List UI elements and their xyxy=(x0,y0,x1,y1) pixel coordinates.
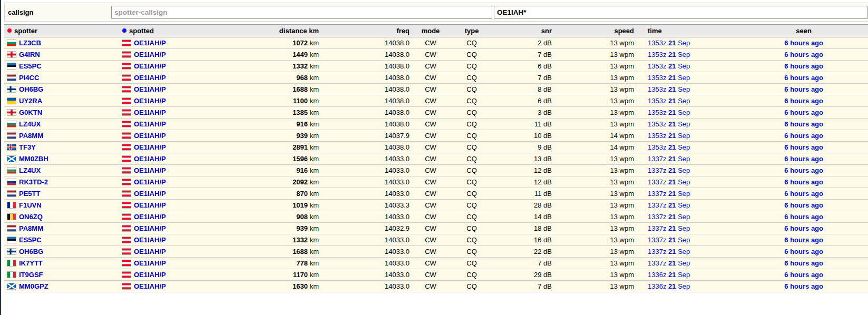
seen-link[interactable]: 6 hours ago xyxy=(784,190,823,198)
distance-cell: 1688 km xyxy=(236,246,319,258)
time-link[interactable]: 1337z 21 Sep xyxy=(648,236,690,244)
spotted-callsign-link[interactable]: OE1IAH/P xyxy=(134,97,166,105)
spotted-callsign-link[interactable]: OE1IAH/P xyxy=(134,62,166,70)
spotted-callsign-link[interactable]: OE1IAH/P xyxy=(134,178,166,186)
time-link[interactable]: 1337z 21 Sep xyxy=(648,201,690,209)
spotter-callsign-link[interactable]: LZ4UX xyxy=(19,120,41,128)
freq-cell: 14033.0 xyxy=(319,246,409,258)
seen-link[interactable]: 6 hours ago xyxy=(784,143,823,151)
spotted-callsign-link[interactable]: OE1IAH/P xyxy=(134,109,166,116)
seen-link[interactable]: 6 hours ago xyxy=(784,236,823,244)
spotter-callsign-link[interactable]: OH6BG xyxy=(19,85,43,93)
spotted-callsign-link[interactable]: OE1IAH/P xyxy=(134,271,166,279)
spotter-callsign-link[interactable]: RK3TD-2 xyxy=(19,178,48,186)
time-link[interactable]: 1336z 21 Sep xyxy=(648,282,690,290)
spotter-callsign-link[interactable]: PA8MM xyxy=(19,224,43,232)
spotted-callsign-link[interactable]: OE1IAH/P xyxy=(134,51,166,58)
spotter-callsign-link[interactable]: LZ4UX xyxy=(19,166,41,174)
spotter-callsign-link[interactable]: G0KTN xyxy=(19,109,42,116)
seen-link[interactable]: 6 hours ago xyxy=(784,51,823,58)
spotter-callsign-link[interactable]: UY2RA xyxy=(19,97,42,105)
spotted-callsign-link[interactable]: OE1IAH/P xyxy=(134,155,166,163)
spotter-callsign-link[interactable]: OH6BG xyxy=(19,248,43,255)
time-link[interactable]: 1353z 21 Sep xyxy=(648,85,690,93)
seen-link[interactable]: 6 hours ago xyxy=(784,178,823,186)
time-link[interactable]: 1353z 21 Sep xyxy=(648,132,690,140)
time-link[interactable]: 1336z 21 Sep xyxy=(648,271,690,279)
seen-link[interactable]: 6 hours ago xyxy=(784,97,823,105)
time-link[interactable]: 1337z 21 Sep xyxy=(648,213,690,221)
freq-cell: 14038.0 xyxy=(319,37,409,49)
seen-link[interactable]: 6 hours ago xyxy=(784,132,823,140)
spotted-callsign-link[interactable]: OE1IAH/P xyxy=(134,74,166,82)
seen-link[interactable]: 6 hours ago xyxy=(784,85,823,93)
seen-link[interactable]: 6 hours ago xyxy=(784,74,823,82)
time-link[interactable]: 1337z 21 Sep xyxy=(648,248,690,255)
time-link[interactable]: 1337z 21 Sep xyxy=(648,224,690,232)
spotter-callsign-link[interactable]: PE5TT xyxy=(19,190,40,198)
time-link[interactable]: 1337z 21 Sep xyxy=(648,259,690,267)
time-link[interactable]: 1353z 21 Sep xyxy=(648,120,690,128)
spotter-callsign-link[interactable]: ES5PC xyxy=(19,236,42,244)
spotter-callsign-link[interactable]: ON6ZQ xyxy=(19,213,43,221)
spotter-callsign-link[interactable]: G4IRN xyxy=(19,51,40,58)
spotted-callsign-link[interactable]: OE1IAH/P xyxy=(134,120,166,128)
spotter-callsign-link[interactable]: LZ3CB xyxy=(19,39,41,47)
spotter-callsign-link[interactable]: ES5PC xyxy=(19,62,42,70)
spotter-callsign-link[interactable]: MM0ZBH xyxy=(19,155,48,163)
spotted-callsign-link[interactable]: OE1IAH/P xyxy=(134,166,166,174)
spotter-cell: LZ4UX xyxy=(4,119,119,130)
spotter-callsign-link[interactable]: MM0GPZ xyxy=(19,282,48,290)
time-link[interactable]: 1337z 21 Sep xyxy=(648,166,690,174)
spot-row: ES5PCOE1IAH/P1332 km14038.0CWCQ6 dB13 wp… xyxy=(4,61,868,72)
time-link[interactable]: 1337z 21 Sep xyxy=(648,178,690,186)
time-link[interactable]: 1353z 21 Sep xyxy=(648,74,690,82)
time-link[interactable]: 1353z 21 Sep xyxy=(648,51,690,58)
flag-bulgaria-icon xyxy=(7,168,16,173)
seen-link[interactable]: 6 hours ago xyxy=(784,271,823,279)
spotter-callsign-link[interactable]: PA8MM xyxy=(19,132,43,140)
seen-link[interactable]: 6 hours ago xyxy=(784,109,823,116)
spotted-callsign-link[interactable]: OE1IAH/P xyxy=(134,236,166,244)
spotted-callsign-link[interactable]: OE1IAH/P xyxy=(134,132,166,140)
spotter-callsign-link[interactable]: TF3Y xyxy=(19,143,36,151)
spotter-callsign-link[interactable]: IT9GSF xyxy=(19,271,43,279)
spotted-callsign-link[interactable]: OE1IAH/P xyxy=(134,213,166,221)
seen-link[interactable]: 6 hours ago xyxy=(784,166,823,174)
spotted-callsign-link[interactable]: OE1IAH/P xyxy=(134,143,166,151)
spotter-callsign-link[interactable]: F1UVN xyxy=(19,201,42,209)
seen-link[interactable]: 6 hours ago xyxy=(784,248,823,255)
spotted-callsign-link[interactable]: OE1IAH/P xyxy=(134,85,166,93)
snr-cell: 11 dB xyxy=(492,188,552,200)
spotter-callsign-link[interactable]: IK7YTT xyxy=(19,259,43,267)
spotted-callsign-link[interactable]: OE1IAH/P xyxy=(134,39,166,47)
mode-cell: CW xyxy=(409,188,452,200)
time-link[interactable]: 1337z 21 Sep xyxy=(648,190,690,198)
time-link[interactable]: 1353z 21 Sep xyxy=(648,62,690,70)
spotted-callsign-link[interactable]: OE1IAH/P xyxy=(134,224,166,232)
spotted-callsign-link[interactable]: OE1IAH/P xyxy=(134,190,166,198)
seen-link[interactable]: 6 hours ago xyxy=(784,120,823,128)
freq-cell: 14038.0 xyxy=(319,95,409,107)
mode-cell: CW xyxy=(409,211,452,223)
seen-link[interactable]: 6 hours ago xyxy=(784,224,823,232)
spotter-callsign-input[interactable] xyxy=(111,6,492,19)
spotted-callsign-link[interactable]: OE1IAH/P xyxy=(134,282,166,290)
seen-link[interactable]: 6 hours ago xyxy=(784,213,823,221)
seen-link[interactable]: 6 hours ago xyxy=(784,155,823,163)
spotted-callsign-link[interactable]: OE1IAH/P xyxy=(134,201,166,209)
seen-link[interactable]: 6 hours ago xyxy=(784,259,823,267)
time-link[interactable]: 1353z 21 Sep xyxy=(648,143,690,151)
seen-link[interactable]: 6 hours ago xyxy=(784,201,823,209)
time-link[interactable]: 1337z 21 Sep xyxy=(648,155,690,163)
time-link[interactable]: 1353z 21 Sep xyxy=(648,109,690,116)
spotted-callsign-link[interactable]: OE1IAH/P xyxy=(134,248,166,255)
seen-link[interactable]: 6 hours ago xyxy=(784,62,823,70)
time-link[interactable]: 1353z 21 Sep xyxy=(648,39,690,47)
seen-link[interactable]: 6 hours ago xyxy=(784,39,823,47)
spotted-callsign-link[interactable]: OE1IAH/P xyxy=(134,259,166,267)
spotted-callsign-input[interactable] xyxy=(494,6,868,19)
time-link[interactable]: 1353z 21 Sep xyxy=(648,97,690,105)
spotter-callsign-link[interactable]: PI4CC xyxy=(19,74,39,82)
seen-link[interactable]: 6 hours ago xyxy=(784,282,823,290)
